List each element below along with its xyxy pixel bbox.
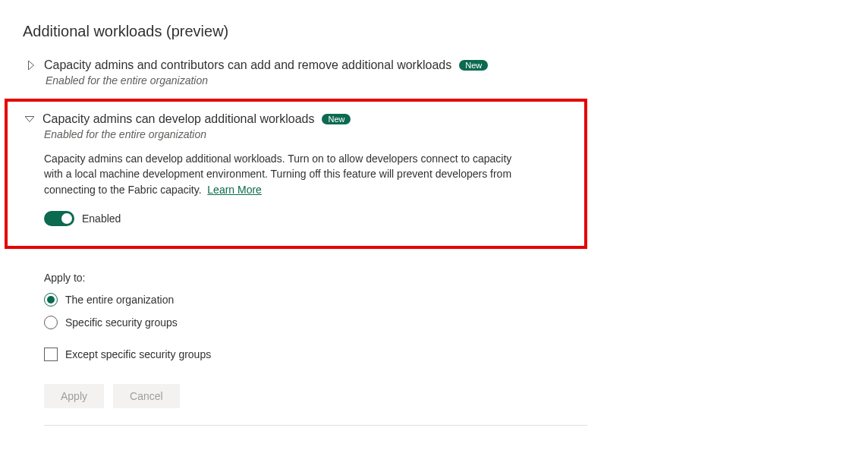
radio-label-entire-org: The entire organization (65, 294, 174, 306)
setting-collapsed: Capacity admins and contributors can add… (23, 58, 845, 87)
apply-to-label: Apply to: (44, 272, 845, 284)
caret-down-icon (24, 116, 35, 123)
setting-status-1: Enabled for the entire organization (46, 74, 845, 87)
setting-header-1[interactable]: Capacity admins and contributors can add… (26, 58, 845, 72)
radio-unselected-icon (44, 316, 58, 329)
apply-to-section: Apply to: The entire organization Specif… (44, 272, 845, 426)
radio-label-specific-groups: Specific security groups (65, 316, 178, 329)
section-title: Additional workloads (preview) (23, 23, 845, 40)
highlighted-setting: Capacity admins can develop additional w… (5, 99, 587, 249)
setting-status-2: Enabled for the entire organization (44, 128, 571, 140)
radio-entire-org[interactable]: The entire organization (44, 293, 845, 307)
cancel-button[interactable]: Cancel (113, 384, 180, 408)
description-text: Capacity admins can develop additional w… (44, 153, 511, 196)
radio-selected-icon (44, 293, 58, 307)
toggle-row: Enabled (44, 211, 571, 226)
setting-description: Capacity admins can develop additional w… (44, 151, 514, 197)
radio-specific-groups[interactable]: Specific security groups (44, 316, 845, 329)
enabled-toggle[interactable] (44, 211, 74, 226)
toggle-label: Enabled (82, 212, 121, 225)
button-row: Apply Cancel (44, 384, 845, 408)
setting-title-1: Capacity admins and contributors can add… (44, 58, 451, 72)
divider (44, 425, 587, 426)
caret-right-icon (26, 61, 36, 70)
apply-button[interactable]: Apply (44, 384, 104, 408)
new-badge: New (459, 60, 488, 71)
except-groups-checkbox[interactable]: Except specific security groups (44, 348, 845, 361)
setting-title-2: Capacity admins can develop additional w… (42, 112, 314, 126)
checkbox-unchecked-icon (44, 348, 58, 361)
learn-more-link[interactable]: Learn More (207, 184, 262, 196)
new-badge: New (322, 114, 351, 124)
checkbox-label-except: Except specific security groups (65, 348, 211, 360)
setting-header-2[interactable]: Capacity admins can develop additional w… (24, 112, 571, 126)
